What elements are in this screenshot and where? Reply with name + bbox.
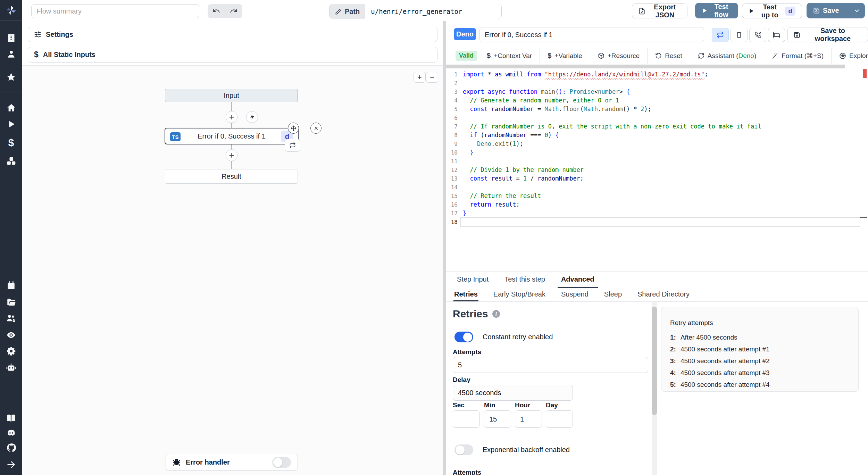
retries-toolbox-button[interactable] (712, 28, 729, 42)
add-step-button[interactable] (226, 111, 237, 123)
windmill-logo[interactable] (0, 5, 22, 16)
code-line[interactable] (463, 218, 860, 226)
arrow-right-icon[interactable] (0, 460, 22, 469)
info-icon[interactable]: i (492, 310, 500, 318)
eye-icon[interactable] (0, 330, 22, 340)
editor-horizontal-scrollbar[interactable] (446, 65, 845, 68)
delete-step-button[interactable] (310, 123, 322, 134)
test-flow-button[interactable]: Test flow (695, 3, 738, 18)
save-button[interactable]: Save (807, 3, 865, 18)
code-line[interactable]: export async function main(): Promise<nu… (463, 88, 860, 96)
discord-icon[interactable] (0, 428, 22, 438)
building-icon[interactable] (0, 33, 22, 43)
subtab-suspend[interactable]: Suspend (560, 288, 589, 301)
hour-input[interactable] (515, 410, 542, 428)
result-node[interactable]: Result (165, 169, 298, 184)
delay-input[interactable] (453, 385, 573, 401)
flow-summary-input[interactable] (31, 4, 199, 18)
sleep-toolbox-button[interactable] (768, 28, 785, 42)
user-icon[interactable] (0, 49, 22, 59)
language-badge[interactable]: Deno (454, 28, 476, 40)
path-field[interactable]: Path u/henri/error_generator (329, 4, 502, 19)
dollar-icon[interactable]: $ (0, 137, 22, 149)
panel-resize-handle[interactable] (443, 21, 446, 475)
add-variable-button[interactable]: $ +Variable (540, 52, 590, 60)
subtab-sleep[interactable]: Sleep (603, 288, 623, 301)
assistant-button[interactable]: Assistant (Deno) (690, 52, 764, 60)
code-line[interactable]: // Return the result (463, 192, 860, 200)
subtab-early-stop[interactable]: Early Stop/Break (493, 288, 546, 301)
code-line[interactable]: return result; (463, 200, 860, 209)
error-handler-node[interactable]: Error handler (166, 454, 298, 471)
attempts-input[interactable] (453, 357, 648, 373)
tab-advanced[interactable]: Advanced (558, 272, 598, 288)
add-step-button[interactable] (226, 149, 237, 161)
export-json-button[interactable]: Export JSON (632, 3, 687, 18)
retries-scrollbar-thumb[interactable] (652, 307, 657, 415)
editor-code[interactable]: import * as wmill from "https://deno.lan… (463, 70, 860, 226)
move-step-button[interactable] (288, 123, 299, 134)
code-line[interactable]: if (randomNumber === 0) { (463, 131, 860, 140)
code-line[interactable]: } (463, 148, 860, 157)
robot-icon[interactable] (0, 363, 22, 373)
suspend-toolbox-button[interactable] (749, 28, 766, 42)
settings-row[interactable]: Settings (28, 27, 437, 42)
tab-step-input[interactable]: Step Input (453, 272, 492, 288)
subtab-retries[interactable]: Retries (453, 288, 478, 301)
reset-button[interactable]: Reset (648, 52, 690, 60)
undo-button[interactable] (208, 5, 224, 17)
tab-test-this-step[interactable]: Test this step (501, 272, 549, 288)
code-line[interactable]: import * as wmill from "https://deno.lan… (463, 70, 860, 79)
folder-icon[interactable] (0, 298, 22, 307)
error-handler-toggle[interactable] (272, 457, 291, 468)
users-gear-icon[interactable] (0, 314, 22, 323)
code-line[interactable] (463, 157, 860, 166)
code-line[interactable]: // Divide 1 by the random number (463, 166, 860, 174)
subtab-shared-directory[interactable]: Shared Directory (637, 288, 690, 301)
retry-indicator-button[interactable] (285, 139, 300, 152)
github-icon[interactable] (0, 443, 22, 453)
input-node[interactable]: Input (165, 89, 298, 102)
explore-scripts-button[interactable]: Explore other s (832, 52, 868, 60)
code-line[interactable]: const result = 1 / randomNumber; (463, 174, 860, 183)
exponential-backoff-toggle[interactable] (454, 444, 473, 455)
code-line[interactable] (463, 114, 860, 122)
redo-button[interactable] (226, 5, 242, 17)
sidebar-divider (0, 92, 22, 92)
zoom-in-button[interactable]: + (414, 72, 426, 83)
code-line[interactable] (463, 79, 860, 88)
code-line[interactable]: // Generate a random number, either 0 or… (463, 96, 860, 105)
play-icon[interactable] (0, 120, 22, 128)
trigger-button[interactable] (246, 111, 258, 123)
add-context-var-button[interactable]: $ +Context Var (479, 52, 540, 60)
save-label[interactable]: Save (807, 3, 845, 18)
calendar-icon[interactable] (0, 281, 22, 290)
code-line[interactable]: const randomNumber = Math.floor(Math.ran… (463, 105, 860, 114)
min-input[interactable] (484, 410, 511, 428)
book-icon[interactable] (0, 413, 22, 423)
code-line[interactable]: Deno.exit(1); (463, 140, 860, 148)
add-resource-button[interactable]: +Resource (590, 52, 647, 60)
constant-retry-toggle[interactable] (454, 332, 473, 342)
gear-icon[interactable] (0, 346, 22, 356)
code-line[interactable]: // If randomNumber is 0, exit the script… (463, 122, 860, 131)
save-to-workspace-button[interactable]: Save to workspace (787, 27, 868, 42)
flow-graph-canvas[interactable]: + − Input TS Error if 0, Success if 1 d (22, 65, 443, 475)
code-editor[interactable]: 123456789101112131415161718 import * as … (446, 68, 868, 271)
test-up-to-button[interactable]: Test up to d (742, 3, 802, 18)
code-line[interactable]: } (463, 209, 860, 218)
save-dropdown-button[interactable] (849, 3, 865, 18)
code-line[interactable] (463, 183, 860, 192)
step-node[interactable]: TS Error if 0, Success if 1 d (165, 128, 299, 144)
star-icon[interactable] (0, 72, 22, 82)
sec-input[interactable] (453, 410, 480, 428)
all-static-inputs-row[interactable]: $ All Static Inputs (28, 47, 437, 62)
concurrency-toolbox-button[interactable] (731, 28, 748, 42)
home-icon[interactable] (0, 103, 22, 112)
step-title-input[interactable] (479, 27, 704, 42)
format-button[interactable]: Format (⌘+S) (764, 52, 831, 60)
boxes-icon[interactable] (0, 156, 22, 166)
day-input[interactable] (546, 410, 573, 428)
path-value[interactable]: u/henri/error_generator (365, 4, 501, 19)
zoom-out-button[interactable]: − (426, 72, 438, 83)
